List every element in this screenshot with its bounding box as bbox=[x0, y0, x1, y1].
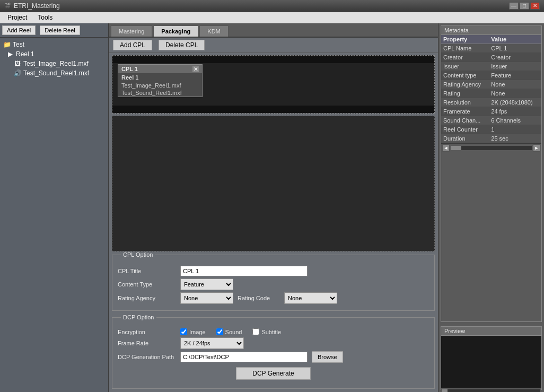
subtitle-checkbox[interactable] bbox=[252, 328, 259, 335]
tree-item-sound-file[interactable]: 🔊 Test_Sound_Reel1.mxf bbox=[2, 68, 106, 78]
sprocket-hole bbox=[140, 107, 144, 112]
delete-cpl-button[interactable]: Delete CPL bbox=[159, 40, 205, 50]
app-body: Add Reel Delete Reel 📁 Test ▶ Reel 1 🖼 T… bbox=[0, 23, 544, 392]
tree-item-image-file[interactable]: 🖼 Test_Image_Reel1.mxf bbox=[2, 59, 106, 68]
cpl-title-input[interactable] bbox=[180, 266, 308, 276]
sound-checkbox[interactable] bbox=[216, 328, 223, 335]
image-file-icon: 🖼 bbox=[14, 60, 21, 67]
metadata-value: 6 Channels bbox=[489, 116, 541, 125]
right-panel: Metadata Property Value CPL NameCPL 1Cre… bbox=[438, 23, 544, 392]
cpl-title-row: CPL Title bbox=[118, 266, 429, 276]
metadata-row: Duration25 sec bbox=[441, 134, 541, 143]
sprocket-hole bbox=[267, 57, 271, 62]
sprocket-hole bbox=[301, 57, 305, 62]
sprocket-hole bbox=[115, 57, 119, 62]
minimize-button[interactable]: — bbox=[509, 2, 519, 10]
sprocket-hole bbox=[327, 107, 331, 112]
dcp-path-input[interactable] bbox=[180, 352, 308, 362]
dcp-options-section: DCP Option Encryption Image Sound bbox=[112, 317, 435, 389]
metadata-property: Rating bbox=[441, 89, 489, 98]
sprocket-hole bbox=[131, 107, 136, 112]
preview-scroll-track[interactable] bbox=[442, 389, 540, 392]
content-type-label: Content Type bbox=[118, 281, 176, 288]
sprocket-hole bbox=[233, 57, 238, 62]
preview-content bbox=[441, 336, 541, 388]
film-sprockets-top bbox=[112, 56, 434, 63]
close-button[interactable]: ✕ bbox=[530, 2, 540, 10]
scroll-track[interactable] bbox=[451, 146, 532, 150]
preview-scroll-thumb bbox=[442, 389, 448, 392]
metadata-property: Resolution bbox=[441, 98, 489, 107]
frame-rate-label: Frame Rate bbox=[118, 340, 176, 346]
app-icon: 🎬 bbox=[4, 3, 11, 8]
scroll-right-button[interactable]: ► bbox=[533, 144, 540, 152]
image-checkbox-label: Image bbox=[189, 329, 206, 335]
sprocket-hole bbox=[208, 107, 212, 112]
metadata-row: CPL NameCPL 1 bbox=[441, 44, 541, 53]
sprocket-hole bbox=[182, 107, 187, 112]
rating-agency-select[interactable]: None MPAA bbox=[180, 292, 233, 304]
frame-rate-select[interactable]: 2K / 24fps 2K / 48fps 4K / 24fps bbox=[180, 337, 244, 349]
packaging-content: Add CPL Delete CPL bbox=[109, 38, 438, 392]
menu-tools[interactable]: Tools bbox=[32, 13, 58, 22]
sprocket-hole bbox=[191, 107, 195, 112]
sprocket-hole bbox=[378, 57, 382, 62]
sprocket-hole bbox=[250, 107, 255, 112]
cpl-card[interactable]: CPL 1 ✕ Reel 1 Test_Image_Reel1.mxf Test… bbox=[118, 64, 203, 97]
rating-agency-label: Rating Agency bbox=[118, 295, 176, 301]
sprocket-hole bbox=[335, 107, 339, 112]
tree-item-test[interactable]: 📁 Test bbox=[2, 40, 106, 49]
sprocket-hole bbox=[327, 57, 331, 62]
rating-agency-row: Rating Agency None MPAA Rating Code None… bbox=[118, 292, 429, 304]
image-checkbox[interactable] bbox=[180, 328, 187, 335]
menu-project[interactable]: Project bbox=[2, 13, 32, 22]
cpl-close-button[interactable]: ✕ bbox=[192, 66, 199, 72]
sprocket-hole bbox=[250, 57, 255, 62]
sprocket-hole bbox=[174, 107, 178, 112]
film-strip-area: CPL 1 ✕ Reel 1 Test_Image_Reel1.mxf Test… bbox=[112, 55, 435, 114]
metadata-row: Rating AgencyNone bbox=[441, 80, 541, 89]
sprocket-hole bbox=[310, 107, 314, 112]
tab-kdm[interactable]: KDM bbox=[199, 25, 228, 37]
cpl-file-1: Test_Image_Reel1.mxf bbox=[118, 82, 202, 89]
add-reel-button[interactable]: Add Reel bbox=[2, 25, 36, 35]
content-type-select[interactable]: Feature Short Trailer bbox=[180, 278, 233, 290]
sound-checkbox-group[interactable]: Sound bbox=[216, 328, 242, 335]
image-checkbox-group[interactable]: Image bbox=[180, 328, 206, 335]
metadata-property: CPL Name bbox=[441, 44, 489, 53]
metadata-value: Feature bbox=[489, 71, 541, 80]
sprocket-hole bbox=[182, 57, 187, 62]
tab-mastering[interactable]: Mastering bbox=[111, 25, 152, 37]
sprocket-hole bbox=[394, 57, 399, 62]
tree-item-reel1[interactable]: ▶ Reel 1 bbox=[2, 49, 106, 59]
metadata-row: Content typeFeature bbox=[441, 71, 541, 80]
browse-button[interactable]: Browse bbox=[312, 351, 343, 363]
maximize-button[interactable]: □ bbox=[520, 2, 529, 10]
dcp-generate-button[interactable]: DCP Generate bbox=[236, 367, 311, 380]
cpl-card-header: CPL 1 ✕ bbox=[118, 65, 202, 73]
rating-code-select[interactable]: None G PG bbox=[284, 292, 337, 304]
encryption-label: Encryption bbox=[118, 329, 176, 335]
scroll-left-button[interactable]: ◄ bbox=[442, 144, 450, 152]
preview-section-title: Preview bbox=[441, 327, 541, 336]
sprocket-hole bbox=[165, 107, 170, 112]
metadata-property: Issuer bbox=[441, 62, 489, 71]
sprocket-hole bbox=[335, 57, 339, 62]
subtitle-checkbox-group[interactable]: Subtitle bbox=[252, 328, 281, 335]
sprocket-hole bbox=[301, 107, 305, 112]
add-cpl-button[interactable]: Add CPL bbox=[113, 40, 152, 50]
title-bar: 🎬 ETRI_Mastering — □ ✕ bbox=[0, 0, 544, 12]
subtitle-checkbox-label: Subtitle bbox=[261, 329, 281, 335]
metadata-row: CreatorCreator bbox=[441, 53, 541, 62]
tab-packaging[interactable]: Packaging bbox=[153, 25, 198, 37]
metadata-property: Content type bbox=[441, 71, 489, 80]
sprocket-hole bbox=[148, 107, 153, 112]
metadata-value: 2K (2048x1080) bbox=[489, 98, 541, 107]
sprocket-hole bbox=[267, 107, 271, 112]
cpl-title-label: CPL Title bbox=[118, 268, 176, 274]
metadata-property: Duration bbox=[441, 134, 489, 143]
sprocket-hole bbox=[310, 57, 314, 62]
sprocket-hole bbox=[199, 57, 204, 62]
dcp-options-content: Encryption Image Sound Subtitle bbox=[112, 325, 434, 388]
delete-reel-button[interactable]: Delete Reel bbox=[40, 25, 80, 35]
